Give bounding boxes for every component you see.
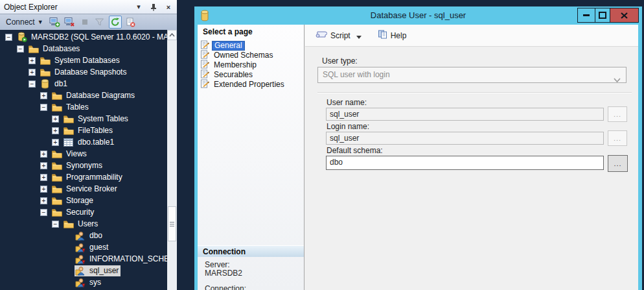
close-icon[interactable]: ×: [164, 3, 173, 12]
page-item-label: Securables: [212, 71, 255, 79]
user-type-label: User type:: [322, 56, 358, 66]
tree-item-label: db1: [52, 79, 69, 89]
collapse-icon[interactable]: −: [52, 221, 59, 228]
script-dropdown-chevron-icon[interactable]: [356, 30, 362, 42]
page-item-owned-schemas[interactable]: Owned Schemas: [200, 51, 303, 60]
tree-item-users[interactable]: −Users: [0, 218, 167, 230]
tree-item-dbo[interactable]: +dbo: [0, 230, 167, 241]
close-button[interactable]: [610, 8, 639, 23]
expand-icon[interactable]: +: [40, 186, 47, 193]
tree-item-security[interactable]: −Security: [0, 206, 167, 218]
tree-item-guest[interactable]: +guest: [0, 241, 167, 253]
page-item-general[interactable]: General: [200, 41, 303, 51]
expand-icon[interactable]: +: [52, 139, 59, 146]
page-item-extended-properties[interactable]: Extended Properties: [200, 80, 303, 90]
tree-item-label: Users: [76, 219, 100, 229]
user-icon: [75, 266, 86, 276]
tree-item-tables[interactable]: −Tables: [0, 101, 167, 113]
tree-item-filetables[interactable]: +FileTables: [0, 125, 167, 136]
expand-icon[interactable]: +: [40, 197, 47, 204]
object-explorer-toolbar: Connect ▼: [0, 14, 177, 30]
tree-item-sql-user[interactable]: +sql_user: [0, 265, 167, 276]
disconnect-server-icon[interactable]: [64, 16, 76, 28]
page-item-membership[interactable]: Membership: [200, 60, 303, 70]
expand-icon[interactable]: +: [29, 69, 36, 76]
default-schema-label: Default schema:: [327, 146, 383, 155]
tree-item-system-databases[interactable]: +System Databases: [0, 54, 167, 66]
tree-item-system-tables[interactable]: +System Tables: [0, 113, 167, 125]
tree-item-label: dbo: [87, 230, 104, 241]
collapse-icon[interactable]: −: [29, 80, 36, 88]
script-button-label: Script: [330, 31, 351, 40]
scrollbar-thumb[interactable]: [168, 206, 176, 241]
tree-item-views[interactable]: +Views: [0, 148, 167, 160]
tree-item-dbo-table1[interactable]: +dbo.table1: [0, 136, 167, 148]
collapse-icon[interactable]: −: [40, 104, 47, 111]
page-content-pane: Script Help User type: SQL user: [305, 25, 638, 290]
page-item-label: Membership: [212, 61, 259, 69]
user-red-icon: [75, 254, 86, 264]
tree-item-sys[interactable]: +sys: [0, 276, 167, 288]
tree-item-storage[interactable]: +Storage: [0, 195, 167, 206]
tree-item-synonyms[interactable]: +Synonyms: [0, 160, 167, 171]
refresh-icon[interactable]: [109, 16, 122, 29]
tree-item-databases[interactable]: −Databases: [0, 43, 167, 54]
folder-icon: [51, 208, 62, 217]
user-name-browse-button: ...: [608, 106, 627, 122]
tree-item-database-diagrams[interactable]: +Database Diagrams: [0, 90, 167, 101]
collapse-icon[interactable]: −: [40, 209, 47, 216]
filter-icon[interactable]: [94, 16, 106, 28]
script-icon: [315, 30, 327, 41]
window-menu-chevron-icon[interactable]: ▾: [134, 3, 143, 12]
select-a-page-pane: Select a page GeneralOwned SchemasMember…: [198, 25, 305, 290]
dialog-toolbar: Script Help: [305, 25, 638, 47]
expand-icon[interactable]: +: [40, 151, 47, 158]
help-button-label: Help: [391, 31, 407, 40]
stop-icon[interactable]: [79, 16, 91, 28]
connect-button[interactable]: Connect ▼: [4, 17, 45, 27]
expand-icon[interactable]: +: [52, 115, 59, 123]
tree-item-service-broker[interactable]: +Service Broker: [0, 183, 167, 195]
tree-item-programmability[interactable]: +Programmability: [0, 171, 167, 183]
object-explorer-panel: Object Explorer ▾ × Connect ▼ −MARSDB2 (…: [0, 0, 177, 290]
script-button[interactable]: Script: [313, 29, 352, 42]
expand-icon[interactable]: +: [29, 57, 36, 64]
maximize-button[interactable]: [595, 8, 610, 23]
tree-item-database-snapshots[interactable]: +Database Snapshots: [0, 66, 167, 78]
page-item-label: Owned Schemas: [212, 51, 275, 60]
tree-item-label: guest: [87, 242, 110, 252]
login-name-field: sql_user: [326, 132, 604, 145]
object-explorer-scrollbar[interactable]: [167, 30, 177, 290]
script-error-icon[interactable]: [125, 16, 137, 28]
expand-icon[interactable]: +: [40, 162, 47, 169]
tree-item-label: Service Broker: [64, 184, 119, 194]
tree-item-label: Databases: [41, 43, 82, 54]
default-schema-field[interactable]: dbo: [326, 156, 604, 170]
tree-item-marsdb2-sql-server-11-0-6020-marsd[interactable]: −MARSDB2 (SQL Server 11.0.6020 - MARSD: [0, 31, 167, 43]
user-red-icon: [75, 278, 86, 287]
pin-icon[interactable]: [149, 3, 158, 12]
collapse-icon[interactable]: −: [5, 34, 12, 41]
expand-icon[interactable]: +: [40, 92, 47, 99]
minimize-button[interactable]: [577, 8, 595, 23]
help-button[interactable]: Help: [376, 29, 409, 42]
expand-icon[interactable]: +: [40, 174, 47, 181]
scroll-up-icon[interactable]: [167, 30, 177, 40]
connect-server-icon[interactable]: [49, 16, 61, 28]
folder-icon: [51, 91, 62, 100]
collapse-icon[interactable]: −: [17, 45, 24, 53]
folder-icon: [40, 68, 51, 77]
tree-item-information-schema[interactable]: +INFORMATION_SCHEMA: [0, 253, 167, 265]
combo-chevron-down-icon: [614, 73, 621, 88]
tree-item-label: Storage: [64, 195, 95, 206]
connection-label: Connection:: [205, 284, 246, 290]
application-window: Object Explorer ▾ × Connect ▼ −MARSDB2 (…: [0, 0, 644, 290]
tree-item-db1[interactable]: −db1: [0, 78, 167, 90]
folder-icon: [51, 162, 62, 170]
page-item-label: Extended Properties: [212, 80, 286, 89]
dialog-titlebar[interactable]: Database User - sql_user: [194, 6, 642, 25]
server-value: MARSDB2: [205, 269, 242, 278]
page-item-securables[interactable]: Securables: [200, 70, 303, 80]
default-schema-browse-button[interactable]: ...: [608, 155, 628, 172]
expand-icon[interactable]: +: [52, 127, 59, 134]
